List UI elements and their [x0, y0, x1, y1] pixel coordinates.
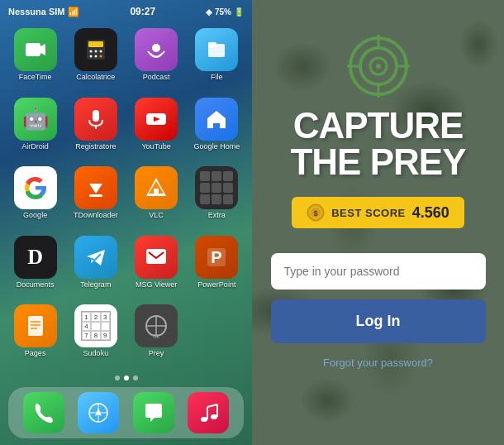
- googlehome-icon: [195, 98, 238, 141]
- calcolatrice-label: Calcolatrice: [76, 74, 115, 82]
- phone-icon: [23, 392, 64, 433]
- app-registratore[interactable]: Registratore: [69, 98, 122, 160]
- telegram-label: Telegram: [80, 281, 111, 289]
- time-display: 09:27: [130, 6, 155, 17]
- svg-point-8: [94, 55, 97, 58]
- app-googlehome[interactable]: Google Home: [190, 98, 244, 160]
- app-podcast[interactable]: Podcast: [130, 28, 183, 91]
- svg-text:$: $: [314, 209, 318, 218]
- tdownloader-label: TDownloader: [74, 212, 118, 220]
- svg-point-4: [89, 50, 92, 53]
- app-pages[interactable]: Pages: [8, 304, 62, 367]
- msgviewer-label: MSG Viewer: [136, 281, 177, 289]
- podcast-icon: [135, 28, 178, 71]
- vlc-icon: [135, 166, 178, 209]
- prey-icon: 52: [135, 304, 178, 347]
- app-airdroid[interactable]: 🤖 AirDroid: [8, 98, 62, 160]
- svg-point-9: [99, 55, 102, 58]
- status-right: ◈ 75% 🔋: [206, 7, 244, 17]
- svg-line-41: [207, 404, 217, 407]
- game-title: CAPTURE THE PREY: [290, 108, 465, 180]
- app-calcolatrice[interactable]: Calcolatrice: [69, 28, 122, 91]
- app-msgviewer[interactable]: MSG Viewer: [130, 236, 183, 299]
- svg-rect-0: [26, 43, 40, 56]
- page-dot-1: [115, 376, 120, 380]
- airdroid-icon: 🤖: [14, 98, 57, 141]
- crosshair-icon: [345, 33, 411, 99]
- forgot-password-link[interactable]: Forgot your password?: [323, 356, 433, 369]
- svg-point-10: [152, 44, 160, 52]
- ios-home-screen: Nessuna SIM 📶 09:27 ◈ 75% 🔋 FaceTime: [0, 0, 252, 445]
- game-content: CAPTURE THE PREY $ BEST SCORE 4.560 Log …: [252, 0, 504, 369]
- app-powerpoint[interactable]: P PowerPoint: [190, 236, 244, 299]
- google-label: Google: [23, 212, 47, 220]
- location-icon: ◈: [206, 7, 212, 17]
- file-label: File: [211, 74, 223, 82]
- app-documents[interactable]: D Documents: [8, 236, 62, 299]
- page-dots: [0, 372, 252, 384]
- youtube-icon: [135, 98, 178, 141]
- dock-music[interactable]: [188, 392, 229, 433]
- svg-rect-13: [93, 110, 99, 122]
- app-facetime[interactable]: FaceTime: [8, 28, 62, 91]
- page-dot-3: [133, 376, 138, 380]
- powerpoint-label: PowerPoint: [197, 281, 235, 289]
- svg-point-45: [376, 64, 381, 69]
- svg-rect-25: [28, 316, 43, 336]
- svg-rect-21: [154, 189, 159, 194]
- facetime-label: FaceTime: [19, 74, 52, 82]
- extra-label: Extra: [208, 212, 226, 220]
- extra-icon: [195, 166, 238, 209]
- svg-point-38: [211, 414, 217, 419]
- registratore-icon: [74, 98, 117, 141]
- pages-label: Pages: [25, 350, 46, 358]
- music-icon: [188, 392, 229, 433]
- app-sudoku[interactable]: 1 2 3 4 7 8 9 Sudoku: [69, 304, 122, 367]
- wifi-icon: 📶: [68, 7, 79, 17]
- app-youtube[interactable]: YouTube: [130, 98, 183, 160]
- game-screen: CAPTURE THE PREY $ BEST SCORE 4.560 Log …: [252, 0, 504, 445]
- svg-marker-17: [89, 184, 102, 194]
- sudoku-label: Sudoku: [83, 350, 109, 358]
- app-grid: FaceTime Calcolatrice: [0, 23, 252, 372]
- svg-rect-22: [146, 249, 166, 264]
- battery-icon: 🔋: [234, 7, 244, 17]
- password-input[interactable]: [271, 253, 486, 289]
- svg-text:52: 52: [153, 333, 159, 339]
- app-tdownloader[interactable]: TDownloader: [69, 166, 122, 229]
- msgviewer-icon: [135, 236, 178, 279]
- google-icon: [14, 166, 57, 209]
- app-vlc[interactable]: VLC: [130, 166, 183, 229]
- game-title-line2: THE PREY: [290, 144, 465, 180]
- page-dot-2: [124, 376, 129, 380]
- carrier-label: Nessuna SIM: [8, 7, 64, 17]
- login-button[interactable]: Log In: [271, 299, 486, 343]
- safari-icon: [78, 392, 119, 433]
- pages-icon: [14, 304, 57, 347]
- registratore-label: Registratore: [75, 143, 116, 151]
- dock-messages[interactable]: [133, 392, 174, 433]
- file-icon: [195, 28, 238, 71]
- svg-point-5: [94, 50, 97, 53]
- tdownloader-icon: [74, 166, 117, 209]
- documents-label: Documents: [17, 281, 55, 289]
- app-google[interactable]: Google: [8, 166, 62, 229]
- app-extra[interactable]: Extra: [190, 166, 244, 229]
- app-prey[interactable]: 52 Prey: [130, 304, 183, 367]
- app-file[interactable]: File: [190, 28, 244, 91]
- svg-rect-3: [88, 41, 103, 47]
- svg-rect-18: [89, 194, 102, 197]
- messages-icon: [133, 392, 174, 433]
- battery-label: 75%: [215, 7, 231, 17]
- vlc-label: VLC: [149, 212, 164, 220]
- status-bar: Nessuna SIM 📶 09:27 ◈ 75% 🔋: [0, 0, 252, 23]
- svg-point-7: [89, 55, 92, 58]
- best-score-badge: $ BEST SCORE 4.560: [292, 197, 464, 228]
- documents-icon: D: [14, 236, 57, 279]
- dock-phone[interactable]: [23, 392, 64, 433]
- powerpoint-icon: P: [195, 236, 238, 279]
- dock-safari[interactable]: [78, 392, 119, 433]
- facetime-icon: [14, 28, 57, 71]
- app-telegram[interactable]: Telegram: [69, 236, 122, 299]
- game-title-line1: CAPTURE: [290, 108, 465, 144]
